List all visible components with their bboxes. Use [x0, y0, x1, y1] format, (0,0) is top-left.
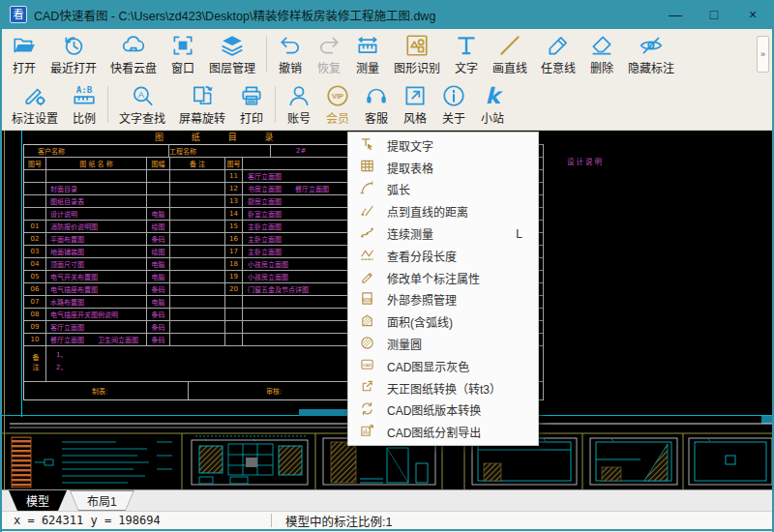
- toolbar-button-about[interactable]: 关于: [434, 79, 473, 130]
- account-icon: [286, 83, 312, 108]
- toolbar-button-service[interactable]: 客服: [357, 79, 396, 130]
- measure-dropdown-menu: 提取文字 提取表格 弧长 点到直线的距离: [347, 132, 539, 446]
- draw-line-icon: [497, 33, 522, 58]
- cad-teal-bar: [299, 409, 350, 416]
- toolbar-button-account[interactable]: 账号: [280, 79, 318, 130]
- menu-item-point-line-distance[interactable]: 点到直线的距离: [348, 200, 538, 222]
- toolbar-button-screen-rotate[interactable]: 屏幕旋转: [172, 79, 232, 130]
- menu-item-measure-circle[interactable]: 测量圆: [348, 333, 538, 355]
- modify-annotation-icon: [360, 269, 374, 286]
- menu-shortcut: L: [516, 227, 522, 241]
- cursor-coordinates: x = 624311 y = 198694: [14, 514, 257, 527]
- menu-item-version-convert[interactable]: CAD图纸版本转换: [348, 399, 538, 422]
- cad-table-client-label: 客户名称: [24, 145, 169, 157]
- toolbar-button-hide-annotation[interactable]: 隐藏标注: [621, 29, 681, 79]
- app-icon: 看: [10, 6, 27, 23]
- about-icon: [441, 83, 466, 108]
- toolbar-separator: [266, 36, 267, 73]
- layout-tabbar: 模型 布局1: [2, 489, 772, 511]
- maximize-button[interactable]: □: [695, 0, 733, 29]
- toolbar-button-undo[interactable]: 撤销: [271, 29, 310, 79]
- toolbar-button-measure[interactable]: 测量: [348, 29, 387, 79]
- app-window: 看 CAD快速看图 - C:\Users\zd423\Desktop\精装修样板…: [0, 0, 774, 532]
- menu-item-extract-table[interactable]: 提取表格: [348, 157, 538, 179]
- text-search-icon: A: [130, 83, 155, 108]
- toolbar-button-draw-line[interactable]: 画直线: [486, 29, 534, 79]
- toolbar-button-style[interactable]: 风格: [396, 79, 434, 130]
- scale-icon: A:B: [72, 83, 97, 108]
- open-icon: [12, 33, 37, 58]
- menu-item-t3-convert[interactable]: 天正图纸转换（转t3）: [348, 377, 538, 399]
- close-button[interactable]: ×: [733, 0, 772, 29]
- toolbar-button-redo[interactable]: 恢复: [310, 29, 348, 79]
- toolbar-button-cloud-drive[interactable]: 快看云盘: [104, 29, 164, 79]
- window-controls: — □ ×: [656, 0, 772, 29]
- tab-model[interactable]: 模型: [9, 490, 67, 511]
- free-line-icon: [546, 33, 571, 58]
- toolbar-button-open[interactable]: 打开: [5, 29, 44, 79]
- toolbar-row-2: 标注设置 A:B 比例 A 文字查找 屏幕旋转: [2, 79, 772, 130]
- service-icon: [364, 83, 389, 108]
- svg-text:k: k: [485, 83, 503, 108]
- toolbar-button-print[interactable]: 打印: [232, 79, 271, 130]
- menu-item-cad-gray[interactable]: CAD CAD图显示灰色: [348, 355, 538, 377]
- text-icon: [454, 33, 479, 58]
- menu-item-area-arc[interactable]: 面积(含弧线): [348, 310, 538, 333]
- menu-item-split-export[interactable]: CAD图纸分割导出: [348, 421, 538, 443]
- t3-convert-icon: [360, 379, 374, 397]
- toolbar-button-vip[interactable]: VIP 会员: [318, 79, 357, 130]
- style-icon: [402, 83, 428, 108]
- cad-notes-title: 设计说明: [567, 156, 772, 166]
- window-select-icon: [170, 33, 195, 58]
- toolbar-button-text[interactable]: 文字: [447, 29, 486, 79]
- cad-sheet-title: 图 纸 目 录: [155, 131, 286, 143]
- shape-recognition-icon: [404, 33, 430, 58]
- titlebar: 看 CAD快速看图 - C:\Users\zd423\Desktop\精装修样板…: [2, 0, 772, 29]
- version-convert-icon: [360, 401, 374, 419]
- screen-rotate-icon: [190, 83, 215, 108]
- toolbar-button-recent-open[interactable]: 最近打开: [44, 29, 104, 79]
- undo-icon: [278, 33, 303, 58]
- site-icon: k: [480, 83, 505, 108]
- toolbar-overflow-button[interactable]: »: [757, 36, 769, 73]
- toolbar-button-annotation-settings[interactable]: 标注设置: [5, 79, 65, 130]
- menu-item-extract-text[interactable]: 提取文字: [348, 134, 538, 157]
- cad-table-project-label: 工程名称: [169, 145, 271, 157]
- point-line-distance-icon: [360, 203, 374, 221]
- measure-icon: [355, 33, 380, 58]
- statusbar: x = 624311 y = 198694 模型中的标注比例:1: [2, 511, 772, 531]
- split-export-icon: [360, 424, 374, 441]
- recent-open-icon: [61, 33, 86, 58]
- svg-text:A: A: [138, 90, 145, 100]
- layer-manage-icon: [220, 33, 245, 58]
- svg-text:A:B: A:B: [76, 84, 93, 95]
- cloud-drive-icon: [121, 33, 146, 58]
- toolbar-button-delete[interactable]: 删除: [582, 29, 621, 79]
- extract-text-icon: [360, 136, 374, 154]
- cad-gray-icon: CAD: [360, 357, 374, 374]
- svg-text:VIP: VIP: [332, 92, 343, 101]
- drawing-canvas[interactable]: 图 纸 目 录 客户名称 工程名称 2# 图号 图 纸 名 称 图幅 备 注 图…: [2, 131, 772, 489]
- menu-item-modify-annotation[interactable]: 修改单个标注属性: [348, 267, 538, 289]
- redo-icon: [316, 33, 342, 58]
- measure-circle-icon: [360, 336, 374, 353]
- area-arc-icon: [360, 313, 374, 331]
- toolbar-button-shape-recognition[interactable]: 图形识别: [387, 29, 447, 79]
- menu-item-segment-length[interactable]: 查看分段长度: [348, 245, 538, 267]
- tab-layout1[interactable]: 布局1: [70, 490, 134, 511]
- toolbar-button-window-select[interactable]: 窗口: [164, 29, 202, 79]
- minimize-button[interactable]: —: [656, 0, 695, 29]
- toolbar-button-site[interactable]: k 小站: [473, 79, 512, 130]
- toolbar-button-layer-manage[interactable]: 图层管理: [202, 29, 262, 79]
- menu-item-arc-length[interactable]: 弧长: [348, 179, 538, 201]
- toolbar-button-free-line[interactable]: 任意线: [534, 29, 582, 79]
- toolbar-button-text-search[interactable]: A 文字查找: [112, 79, 172, 130]
- menu-item-continuous-measure[interactable]: 连续测量 L: [348, 222, 538, 245]
- annotation-scale: 模型中的标注比例:1: [285, 512, 392, 530]
- vip-icon: VIP: [325, 83, 350, 108]
- menu-item-xref-manage[interactable]: DWG 外部参照管理: [348, 289, 538, 311]
- svg-text:CAD: CAD: [363, 363, 372, 368]
- window-title: CAD快速看图 - C:\Users\zd423\Desktop\精装修样板房装…: [34, 6, 435, 24]
- cad-frame-line-cyan: [21, 131, 22, 417]
- toolbar-button-scale[interactable]: A:B 比例: [65, 79, 104, 130]
